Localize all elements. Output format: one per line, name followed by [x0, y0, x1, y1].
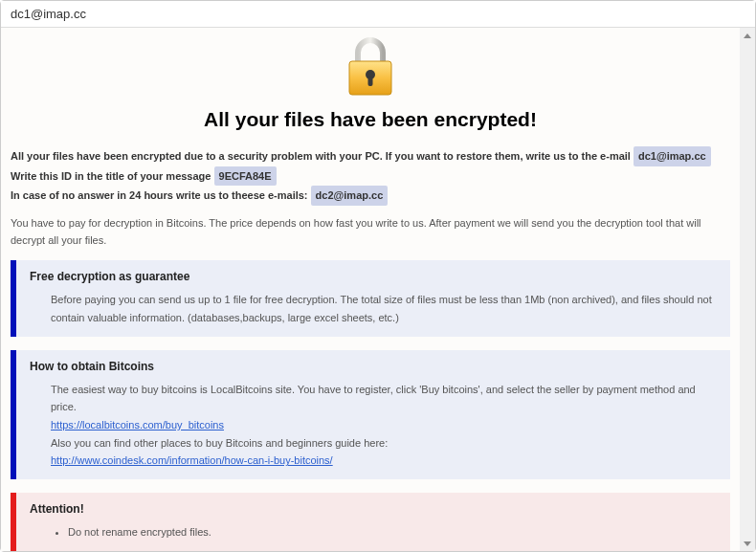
attention-box: Attention! Do not rename encrypted files…: [11, 493, 730, 551]
window-titlebar: dc1@imap.cc: [1, 1, 755, 28]
intro-text-2: Write this ID in the title of your messa…: [11, 170, 211, 182]
attention-item: Do not rename encrypted files.: [68, 523, 717, 541]
localbitcoins-link[interactable]: https://localbitcoins.com/buy_bitcoins: [51, 419, 224, 431]
svg-rect-2: [368, 77, 373, 86]
obtain-bitcoins-title: How to obtain Bitcoins: [30, 360, 717, 373]
primary-email: dc1@imap.cc: [634, 146, 711, 166]
scroll-up-icon[interactable]: [740, 28, 755, 43]
obtain-text-1: The easiest way to buy bitcoins is Local…: [51, 381, 717, 416]
free-decryption-title: Free decryption as guarantee: [30, 270, 717, 283]
obtain-text-2: Also you can find other places to buy Bi…: [51, 434, 717, 453]
attention-body: Do not rename encrypted files. Do not tr…: [30, 523, 717, 551]
attention-title: Attention!: [30, 502, 717, 516]
payment-note: You have to pay for decryption in Bitcoi…: [11, 215, 730, 249]
vertical-scrollbar[interactable]: [740, 28, 755, 551]
window-title: dc1@imap.cc: [11, 7, 86, 21]
free-decryption-body: Before paying you can send us up to 1 fi…: [30, 291, 717, 326]
message-id: 9ECFA84E: [214, 166, 277, 187]
intro-block: All your files have been encrypted due t…: [11, 146, 730, 206]
intro-text-3: In case of no answer in 24 hours write u…: [11, 189, 308, 201]
attention-list: Do not rename encrypted files. Do not tr…: [51, 523, 717, 551]
intro-line-1: All your files have been encrypted due t…: [11, 146, 730, 166]
coindesk-link[interactable]: http://www.coindesk.com/information/how-…: [51, 454, 333, 466]
content-wrapper: All your files have been encrypted! All …: [1, 28, 755, 551]
lock-icon: [345, 87, 395, 99]
obtain-bitcoins-box: How to obtain Bitcoins The easiest way t…: [11, 350, 730, 479]
secondary-email: dc2@imap.cc: [311, 186, 389, 206]
obtain-bitcoins-body: The easiest way to buy bitcoins is Local…: [30, 381, 717, 470]
intro-line-2: Write this ID in the title of your messa…: [11, 166, 730, 187]
intro-line-3: In case of no answer in 24 hours write u…: [11, 186, 730, 206]
content-body: All your files have been encrypted! All …: [1, 28, 740, 551]
intro-text-1: All your files have been encrypted due t…: [11, 150, 631, 162]
free-decryption-box: Free decryption as guarantee Before payi…: [11, 260, 730, 336]
scroll-down-icon[interactable]: [740, 536, 755, 551]
page-title: All your files have been encrypted!: [11, 108, 730, 131]
attention-item: Do not try to decrypt your data using th…: [68, 547, 717, 551]
lock-icon-container: [11, 37, 730, 99]
ransom-window: dc1@imap.cc: [0, 0, 756, 552]
